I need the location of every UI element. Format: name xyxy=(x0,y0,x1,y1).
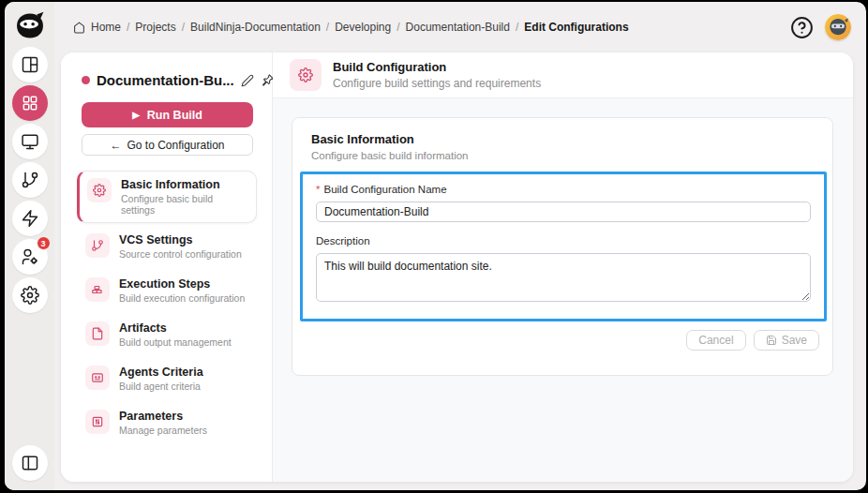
go-to-configuration-button[interactable]: ← Go to Configuration xyxy=(82,134,253,156)
menu-item-title: Basic Information xyxy=(121,178,248,191)
breadcrumb-item-home[interactable]: Home xyxy=(91,21,121,34)
required-mark: * xyxy=(316,184,320,195)
menu-item-subtitle: Configure basic build settings xyxy=(121,193,248,216)
app-frame: 3 Home / Projects / BuildNinja-Documenta… xyxy=(5,2,866,490)
menu-item-title: Agents Criteria xyxy=(119,366,203,379)
sidebar-item-agents-criteria[interactable]: Agents Criteria Build agent criteria xyxy=(77,358,257,399)
breadcrumb-item-current: Edit Configurations xyxy=(524,21,628,34)
run-build-label: Run Build xyxy=(147,109,202,122)
settings-menu: Basic Information Configure basic build … xyxy=(61,171,272,443)
user-gear-icon xyxy=(21,247,39,266)
description-textarea[interactable]: This will build documentation site. xyxy=(316,253,811,302)
notification-badge: 3 xyxy=(37,236,51,250)
cancel-button[interactable]: Cancel xyxy=(686,330,745,351)
breadcrumb-separator: / xyxy=(326,21,329,34)
menu-item-title: Artifacts xyxy=(119,321,232,335)
gear-icon xyxy=(290,59,322,91)
edit-pencil-icon[interactable] xyxy=(241,74,254,87)
build-configuration-name-input[interactable] xyxy=(316,202,811,222)
run-build-button[interactable]: ▶ Run Build xyxy=(82,102,253,127)
menu-item-title: Parameters xyxy=(119,410,207,423)
project-header: Documentation-Bu... xyxy=(61,52,272,88)
parameters-icon xyxy=(85,410,110,434)
build-sidebar: Documentation-Bu... ▶ Run Build ← Go to … xyxy=(61,52,273,482)
layout-icon xyxy=(21,55,39,74)
save-button[interactable]: Save xyxy=(754,330,819,351)
name-field-label: * Build Configuration Name xyxy=(316,184,811,195)
description-field-label-text: Description xyxy=(316,235,370,246)
breadcrumb: Home / Projects / BuildNinja-Documentati… xyxy=(73,21,790,34)
card-title: Basic Information xyxy=(311,132,814,146)
sidebar-item-vcs-settings[interactable]: VCS Settings Source control configuratio… xyxy=(77,226,257,267)
main-header: Build Configuration Configure build sett… xyxy=(273,52,853,98)
save-icon xyxy=(766,335,777,346)
top-actions xyxy=(790,14,851,40)
menu-item-subtitle: Source control configuration xyxy=(119,248,242,260)
git-branch-icon xyxy=(85,233,110,258)
breadcrumb-separator: / xyxy=(182,21,185,34)
monitor-icon xyxy=(21,132,39,151)
agent-card-icon xyxy=(85,366,110,390)
breadcrumb-item-subproject[interactable]: Developing xyxy=(335,21,391,34)
steps-blocks-icon xyxy=(85,277,110,302)
gear-icon xyxy=(21,286,39,305)
status-dot xyxy=(82,76,90,84)
card-subtitle: Configure basic build information xyxy=(311,150,814,161)
breadcrumb-separator: / xyxy=(516,21,518,34)
sidebar-item-basic-information[interactable]: Basic Information Configure basic build … xyxy=(77,171,257,223)
back-arrow-icon: ← xyxy=(110,139,121,152)
menu-item-subtitle: Build agent criteria xyxy=(119,381,203,392)
menu-item-title: Execution Steps xyxy=(119,277,245,291)
sidebar-item-parameters[interactable]: Parameters Manage parameters xyxy=(77,402,257,443)
go-to-configuration-label: Go to Configuration xyxy=(127,139,224,152)
basic-information-card: Basic Information Configure basic build … xyxy=(292,117,833,376)
menu-item-title: VCS Settings xyxy=(119,233,242,246)
menu-item-subtitle: Build execution configuration xyxy=(119,292,245,304)
save-button-label: Save xyxy=(782,334,807,347)
sidebar-item-artifacts[interactable]: Artifacts Build output management xyxy=(77,314,257,355)
card-header: Basic Information Configure basic build … xyxy=(292,118,832,172)
icon-rail: 3 xyxy=(5,2,54,490)
page-subtitle: Configure build settings and requirement… xyxy=(333,77,541,90)
rail-users-button[interactable]: 3 xyxy=(12,239,48,275)
rail-vcs-button[interactable] xyxy=(12,162,48,198)
menu-item-subtitle: Build output management xyxy=(119,336,232,348)
help-icon xyxy=(790,16,815,39)
play-icon: ▶ xyxy=(132,111,140,120)
sidebar-toggle-icon xyxy=(21,454,39,472)
main-panel: Build Configuration Configure build sett… xyxy=(273,52,853,482)
rail-builds-button[interactable] xyxy=(12,201,48,236)
project-title: Documentation-Bu... xyxy=(97,72,234,88)
rail-projects-button[interactable] xyxy=(12,85,48,121)
form-actions: Cancel Save xyxy=(292,321,832,351)
user-avatar[interactable] xyxy=(825,14,851,40)
file-icon xyxy=(85,321,110,346)
sidebar-item-execution-steps[interactable]: Execution Steps Build execution configur… xyxy=(77,270,257,311)
main-body: Basic Information Configure basic build … xyxy=(273,98,853,482)
home-icon[interactable] xyxy=(73,22,85,34)
gear-icon xyxy=(87,178,112,202)
rail-dashboard-button[interactable] xyxy=(12,47,48,82)
help-button[interactable] xyxy=(790,15,815,39)
menu-item-subtitle: Manage parameters xyxy=(119,425,207,436)
grid-icon xyxy=(21,94,39,112)
content-shell: Documentation-Bu... ▶ Run Build ← Go to … xyxy=(61,52,853,482)
page-title: Build Configuration xyxy=(333,60,541,74)
top-bar: Home / Projects / BuildNinja-Documentati… xyxy=(54,2,866,52)
buildninja-logo xyxy=(13,9,47,43)
name-field-label-text: Build Configuration Name xyxy=(323,184,446,195)
breadcrumb-item-build[interactable]: Documentation-Build xyxy=(406,21,510,34)
git-branch-icon xyxy=(21,171,39,189)
breadcrumb-separator: / xyxy=(397,21,399,34)
lightning-icon xyxy=(21,209,39,228)
breadcrumb-item-project[interactable]: BuildNinja-Documentation xyxy=(190,21,321,34)
rail-agents-button[interactable] xyxy=(12,124,48,159)
rail-collapse-sidebar-button[interactable] xyxy=(12,445,48,481)
description-field-label: Description xyxy=(316,235,811,246)
rail-settings-button[interactable] xyxy=(12,277,48,313)
cancel-button-label: Cancel xyxy=(698,334,733,347)
highlighted-form-region: * Build Configuration Name Description T… xyxy=(300,172,827,321)
breadcrumb-separator: / xyxy=(127,21,129,34)
breadcrumb-item-projects[interactable]: Projects xyxy=(135,21,175,34)
